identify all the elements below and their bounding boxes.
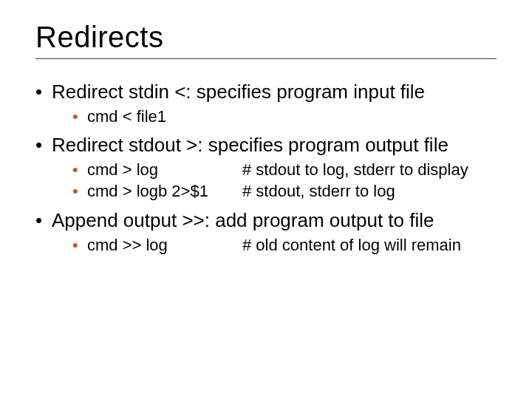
- slide: Redirects Redirect stdin <: specifies pr…: [0, 0, 532, 399]
- sub-list: cmd > log # stdout to log, stderr to dis…: [52, 159, 497, 202]
- title-divider: [35, 58, 497, 59]
- bullet-item: Append output >>: add program output to …: [35, 208, 497, 256]
- sub-list: cmd >> log # old content of log will rem…: [52, 234, 497, 256]
- sub-item: cmd > logb 2>$1 # stdout, stderr to log: [72, 180, 497, 202]
- bullet-text: Redirect stdin <: specifies program inpu…: [52, 81, 425, 103]
- command-text: cmd > log: [87, 159, 242, 181]
- sub-item: cmd < file1: [72, 106, 497, 128]
- bullet-item: Redirect stdin <: specifies program inpu…: [35, 80, 497, 127]
- sub-list: cmd < file1: [52, 106, 497, 128]
- comment-text: # old content of log will remain: [242, 234, 497, 256]
- command-text: cmd < file1: [87, 107, 166, 126]
- sub-item: cmd > log # stdout to log, stderr to dis…: [72, 159, 497, 181]
- comment-text: # stdout to log, stderr to display: [242, 159, 497, 181]
- comment-text: # stdout, stderr to log: [242, 180, 497, 202]
- command-text: cmd > logb 2>$1: [87, 180, 242, 202]
- bullet-item: Redirect stdout >: specifies program out…: [35, 133, 497, 202]
- bullet-text: Append output >>: add program output to …: [52, 209, 434, 231]
- bullet-list: Redirect stdin <: specifies program inpu…: [35, 80, 497, 256]
- sub-item: cmd >> log # old content of log will rem…: [72, 234, 497, 256]
- slide-title: Redirects: [35, 21, 497, 54]
- command-text: cmd >> log: [87, 234, 242, 256]
- bullet-text: Redirect stdout >: specifies program out…: [52, 134, 449, 156]
